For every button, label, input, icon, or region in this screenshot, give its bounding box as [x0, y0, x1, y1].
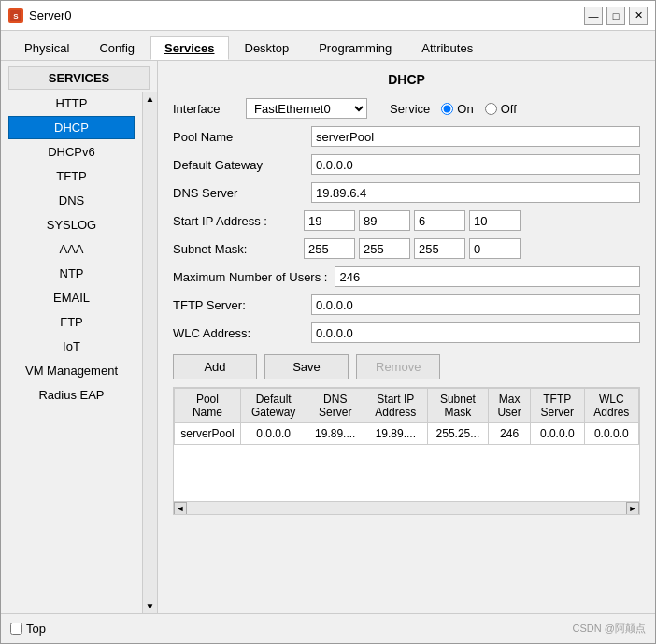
- table-container: Pool Name Default Gateway DNS Server Sta…: [173, 387, 640, 515]
- start-ip-row: Start IP Address :: [173, 210, 640, 231]
- max-users-label: Maximum Number of Users :: [173, 270, 327, 284]
- start-ip-fields: [304, 210, 521, 231]
- sidebar-item-http[interactable]: HTTP: [8, 92, 135, 115]
- start-ip-octet1[interactable]: [304, 210, 355, 231]
- sidebar-item-ftp[interactable]: FTP: [8, 310, 135, 334]
- max-users-input[interactable]: [335, 266, 640, 287]
- sidebar-item-vm-management[interactable]: VM Management: [8, 359, 135, 382]
- row-wlc-address: 0.0.0.0: [584, 423, 638, 445]
- col-pool-name: Pool Name: [175, 389, 241, 423]
- sidebar-header: SERVICES: [8, 66, 150, 90]
- wlc-address-input[interactable]: [311, 322, 640, 343]
- service-label: Service: [390, 102, 430, 116]
- tab-programming[interactable]: Programming: [305, 36, 406, 60]
- col-wlc-address: WLC Addres: [584, 389, 638, 423]
- scroll-down-icon[interactable]: ▼: [146, 601, 155, 611]
- bottom-bar: Top CSDN @阿颠点: [1, 613, 655, 643]
- start-ip-label: Start IP Address :: [173, 214, 304, 228]
- sidebar-item-syslog[interactable]: SYSLOG: [8, 213, 135, 236]
- tab-attributes[interactable]: Attributes: [407, 36, 487, 60]
- dns-server-label: DNS Server: [173, 186, 304, 200]
- maximize-button[interactable]: □: [606, 7, 625, 25]
- top-checkbox[interactable]: [10, 623, 22, 635]
- sidebar-item-dhcpv6[interactable]: DHCPv6: [8, 140, 135, 164]
- tab-physical[interactable]: Physical: [10, 36, 83, 60]
- col-subnet-mask: Subnet Mask: [427, 389, 489, 423]
- service-on-label: On: [441, 102, 473, 116]
- subnet-mask-octet2[interactable]: [359, 238, 410, 259]
- subnet-mask-label: Subnet Mask:: [173, 242, 304, 256]
- sidebar-item-email[interactable]: EMAIL: [8, 286, 135, 309]
- sidebar-item-radius-eap[interactable]: Radius EAP: [8, 383, 135, 407]
- tab-desktop[interactable]: Desktop: [231, 36, 304, 60]
- pool-name-input[interactable]: [311, 126, 640, 147]
- sidebar-item-dhcp[interactable]: DHCP: [8, 116, 135, 139]
- sidebar-item-tftp[interactable]: TFTP: [8, 165, 135, 188]
- service-off-label: Off: [485, 102, 517, 116]
- interface-row: Interface FastEthernet0 FastEthernet1 Se…: [173, 98, 640, 119]
- scroll-left-button[interactable]: ◄: [174, 502, 187, 515]
- dns-server-row: DNS Server: [173, 182, 640, 203]
- sidebar-item-dns[interactable]: DNS: [8, 189, 135, 212]
- service-on-radio[interactable]: [441, 103, 453, 115]
- app-icon: S: [8, 8, 23, 23]
- pool-name-label: Pool Name: [173, 130, 304, 144]
- watermark: CSDN @阿颠点: [573, 622, 646, 636]
- add-button[interactable]: Add: [173, 354, 257, 379]
- scroll-up-icon[interactable]: ▲: [146, 93, 155, 104]
- tab-config[interactable]: Config: [85, 36, 149, 60]
- col-start-ip: Start IP Address: [364, 389, 428, 423]
- row-tftp-server: 0.0.0.0: [530, 423, 584, 445]
- title-controls: — □ ✕: [584, 7, 648, 25]
- pool-name-row: Pool Name: [173, 126, 640, 147]
- sidebar-wrapper: HTTP DHCP DHCPv6 TFTP DNS SYSLOG AAA NTP…: [1, 92, 157, 613]
- close-button[interactable]: ✕: [629, 7, 648, 25]
- default-gateway-label: Default Gateway: [173, 158, 304, 172]
- top-label: Top: [26, 622, 46, 636]
- start-ip-octet4[interactable]: [469, 210, 521, 231]
- sidebar-item-aaa[interactable]: AAA: [8, 237, 135, 261]
- row-dns-server: 19.89....: [307, 423, 364, 445]
- window-title: Server0: [29, 8, 72, 22]
- default-gateway-row: Default Gateway: [173, 154, 640, 175]
- save-button[interactable]: Save: [264, 354, 349, 379]
- row-start-ip: 19.89....: [364, 423, 428, 445]
- sidebar-item-iot[interactable]: IoT: [8, 335, 135, 358]
- svg-text:S: S: [13, 12, 19, 21]
- subnet-mask-row: Subnet Mask:: [173, 238, 640, 259]
- dns-server-input[interactable]: [311, 182, 640, 203]
- wlc-address-row: WLC Address:: [173, 322, 640, 343]
- sidebar-scrollbar: ▲ ▼: [142, 92, 157, 613]
- remove-button[interactable]: Remove: [356, 354, 440, 379]
- col-tftp-server: TFTP Server: [530, 389, 584, 423]
- start-ip-octet3[interactable]: [414, 210, 465, 231]
- sidebar-item-ntp[interactable]: NTP: [8, 262, 135, 285]
- sidebar-content: HTTP DHCP DHCPv6 TFTP DNS SYSLOG AAA NTP…: [1, 92, 142, 613]
- scroll-right-button[interactable]: ►: [626, 502, 639, 515]
- dhcp-table: Pool Name Default Gateway DNS Server Sta…: [174, 388, 639, 445]
- sidebar: SERVICES HTTP DHCP DHCPv6 TFTP DNS SYSLO…: [1, 61, 158, 613]
- subnet-mask-octet1[interactable]: [304, 238, 355, 259]
- default-gateway-input[interactable]: [311, 154, 640, 175]
- subnet-mask-octet4[interactable]: [469, 238, 521, 259]
- row-subnet-mask: 255.25...: [427, 423, 489, 445]
- tftp-server-row: TFTP Server:: [173, 294, 640, 315]
- tftp-server-input[interactable]: [311, 294, 640, 315]
- minimize-button[interactable]: —: [584, 7, 603, 25]
- title-bar-left: S Server0: [8, 8, 72, 23]
- tab-services[interactable]: Services: [150, 36, 229, 60]
- table-scroll-bar: ◄ ►: [174, 501, 639, 514]
- tabs-bar: Physical Config Services Desktop Program…: [1, 31, 655, 61]
- service-off-radio[interactable]: [485, 103, 497, 115]
- row-default-gateway: 0.0.0.0: [240, 423, 307, 445]
- wlc-address-label: WLC Address:: [173, 326, 304, 340]
- title-bar: S Server0 — □ ✕: [1, 1, 655, 31]
- top-checkbox-container: Top: [10, 622, 46, 636]
- table-row[interactable]: serverPool 0.0.0.0 19.89.... 19.89.... 2…: [175, 423, 639, 445]
- sidebar-scroll-area: HTTP DHCP DHCPv6 TFTP DNS SYSLOG AAA NTP…: [1, 92, 142, 408]
- subnet-mask-octet3[interactable]: [414, 238, 465, 259]
- button-row: Add Save Remove: [173, 354, 640, 379]
- start-ip-octet2[interactable]: [359, 210, 410, 231]
- content-area: SERVICES HTTP DHCP DHCPv6 TFTP DNS SYSLO…: [1, 61, 655, 613]
- interface-select[interactable]: FastEthernet0 FastEthernet1: [246, 98, 367, 119]
